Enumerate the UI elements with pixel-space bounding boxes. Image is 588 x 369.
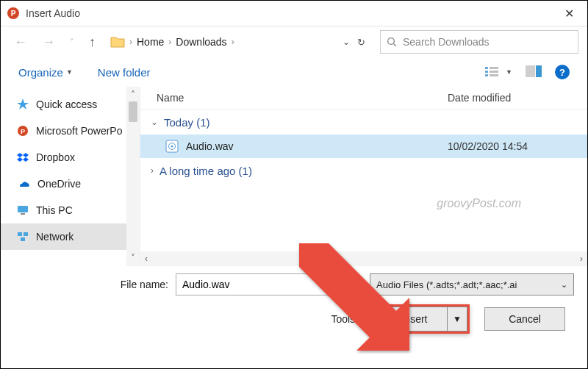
svg-rect-5	[485, 71, 488, 73]
star-icon	[17, 98, 29, 110]
view-mode-button[interactable]: ▼	[485, 66, 512, 78]
preview-pane-button[interactable]	[526, 65, 542, 79]
column-headers: Name Date modified	[140, 87, 587, 110]
filename-label: File name:	[14, 279, 176, 290]
file-list-pane: Name Date modified ⌄ Today (1) Audio.wav…	[140, 87, 587, 266]
svg-text:P: P	[21, 128, 25, 135]
svg-point-26	[171, 146, 173, 148]
up-icon[interactable]: ↑	[85, 32, 100, 53]
chevron-right-icon: ›	[232, 37, 234, 47]
dropbox-icon	[17, 151, 29, 163]
sidebar: Quick access P Microsoft PowerPo Dropbox…	[1, 87, 140, 266]
chevron-down-icon: ▼	[358, 315, 365, 323]
breadcrumb-dropdown-icon[interactable]: ⌄	[343, 37, 350, 47]
organize-button[interactable]: Organize▼	[18, 66, 73, 79]
scroll-right-icon[interactable]: ›	[580, 254, 583, 264]
powerpoint-icon: P	[17, 125, 29, 137]
cancel-button[interactable]: Cancel	[484, 307, 565, 331]
chevron-down-icon: ▼	[506, 68, 512, 76]
group-old[interactable]: › A long time ago (1)	[140, 158, 587, 183]
dialog-footer: File name: Audio Files (*.adts;*.adt;*.a…	[1, 266, 587, 340]
column-date[interactable]: Date modified	[448, 92, 587, 104]
title-bar: P Insert Audio ✕	[1, 1, 587, 26]
search-placeholder: Search Downloads	[403, 36, 490, 48]
preview-pane-icon	[526, 65, 542, 77]
insert-button[interactable]: Insert	[381, 307, 448, 332]
watermark: groovyPost.com	[437, 197, 521, 210]
scrollbar-thumb[interactable]	[129, 101, 137, 122]
filename-input[interactable]	[176, 273, 356, 295]
sidebar-item-onedrive[interactable]: OneDrive	[1, 171, 140, 197]
chevron-down-icon: ⌄	[151, 117, 158, 127]
breadcrumb-downloads[interactable]: Downloads	[176, 36, 226, 48]
chevron-right-icon: ›	[129, 37, 132, 47]
scroll-left-icon[interactable]: ‹	[145, 254, 148, 264]
sidebar-item-quick-access[interactable]: Quick access	[1, 91, 140, 118]
filetype-combo[interactable]: Audio Files (*.adts;*.adt;*.aac;*.ai ⌄	[370, 273, 574, 295]
svg-rect-11	[536, 65, 542, 77]
sidebar-item-this-pc[interactable]: This PC	[1, 197, 140, 223]
search-input[interactable]: Search Downloads	[380, 30, 578, 54]
group-today[interactable]: ⌄ Today (1)	[140, 110, 587, 135]
insert-audio-dialog: P Insert Audio ✕ ← → ˅ ↑ › Home › Downlo…	[0, 0, 588, 369]
back-icon: ←	[10, 32, 32, 53]
scroll-up-icon[interactable]: ˄	[131, 90, 135, 100]
tools-button[interactable]: Tools ▼	[331, 313, 365, 325]
breadcrumb-home[interactable]: Home	[137, 36, 164, 48]
pc-icon	[17, 205, 29, 215]
list-view-icon	[485, 66, 501, 78]
file-name: Audio.wav	[186, 140, 448, 152]
svg-marker-16	[23, 153, 29, 157]
main-area: Quick access P Microsoft PowerPo Dropbox…	[1, 87, 587, 266]
svg-point-2	[388, 38, 395, 45]
sidebar-item-dropbox[interactable]: Dropbox	[1, 144, 140, 171]
help-icon[interactable]: ?	[555, 65, 570, 79]
onedrive-icon	[17, 179, 30, 188]
window-title: Insert Audio	[26, 7, 80, 19]
svg-rect-20	[21, 213, 25, 215]
sidebar-item-network[interactable]: Network	[1, 223, 140, 250]
svg-rect-23	[21, 237, 25, 241]
sidebar-item-powerpoint[interactable]: P Microsoft PowerPo	[1, 118, 140, 144]
audio-file-icon	[165, 140, 179, 153]
toolbar: Organize▼ New folder ▼ ?	[1, 57, 587, 87]
chevron-down-icon: ▼	[66, 68, 73, 76]
network-icon	[17, 232, 29, 242]
recent-dropdown-icon[interactable]: ˅	[65, 35, 79, 50]
svg-marker-15	[17, 153, 23, 157]
svg-rect-21	[18, 232, 22, 236]
chevron-right-icon: ›	[151, 165, 154, 176]
svg-rect-22	[24, 232, 28, 236]
svg-marker-18	[23, 157, 29, 162]
column-name[interactable]: Name	[140, 92, 448, 104]
svg-rect-4	[485, 67, 488, 69]
horizontal-scrollbar[interactable]: ‹ ›	[140, 251, 587, 266]
svg-marker-17	[17, 157, 23, 162]
svg-marker-12	[17, 98, 29, 110]
insert-dropdown-button[interactable]: ▼	[448, 307, 467, 332]
powerpoint-icon: P	[7, 7, 20, 20]
svg-text:P: P	[11, 10, 16, 18]
new-folder-button[interactable]: New folder	[98, 66, 151, 79]
breadcrumb[interactable]: › Home › Downloads › ⌄ ↻	[106, 29, 374, 54]
insert-split-button: Insert ▼	[379, 304, 470, 334]
file-date: 10/02/2020 14:54	[448, 140, 587, 152]
search-icon	[387, 37, 397, 47]
scroll-down-icon[interactable]: ˅	[131, 253, 135, 263]
file-row-audio[interactable]: Audio.wav 10/02/2020 14:54	[140, 135, 587, 158]
svg-rect-10	[526, 65, 535, 77]
svg-rect-19	[18, 206, 28, 212]
svg-rect-6	[485, 74, 488, 76]
chevron-down-icon: ⌄	[561, 280, 567, 290]
forward-icon: →	[37, 32, 60, 53]
svg-line-3	[393, 43, 396, 46]
svg-rect-8	[490, 71, 498, 73]
close-icon[interactable]: ✕	[557, 4, 581, 24]
svg-rect-7	[490, 67, 498, 69]
chevron-right-icon: ›	[168, 37, 171, 47]
folder-icon	[110, 35, 125, 49]
svg-rect-9	[490, 74, 498, 76]
refresh-icon[interactable]: ↻	[357, 37, 365, 48]
nav-bar: ← → ˅ ↑ › Home › Downloads › ⌄ ↻ Search …	[1, 26, 587, 57]
